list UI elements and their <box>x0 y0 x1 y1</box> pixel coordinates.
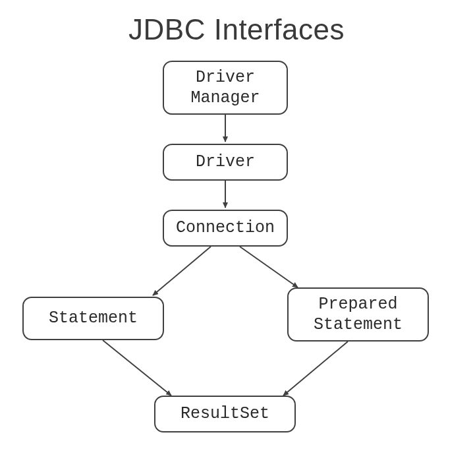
arrow-connection-statement <box>153 247 211 295</box>
node-driver-manager: DriverManager <box>163 61 288 115</box>
diagram-title: JDBC Interfaces <box>0 13 473 46</box>
node-label: PreparedStatement <box>314 294 403 336</box>
node-connection: Connection <box>163 210 288 247</box>
node-resultset: ResultSet <box>154 396 296 432</box>
node-label: ResultSet <box>181 403 269 424</box>
node-prepared-statement: PreparedStatement <box>287 287 429 342</box>
arrow-connection-preparedstatement <box>240 247 298 287</box>
node-statement: Statement <box>22 297 164 340</box>
arrow-preparedstatement-resultset <box>283 342 348 396</box>
node-label: Connection <box>176 218 275 238</box>
node-label: Driver <box>196 152 255 172</box>
node-label: Statement <box>49 308 138 328</box>
node-label: DriverManager <box>190 67 260 109</box>
arrow-statement-resultset <box>103 340 171 396</box>
node-driver: Driver <box>163 144 288 181</box>
